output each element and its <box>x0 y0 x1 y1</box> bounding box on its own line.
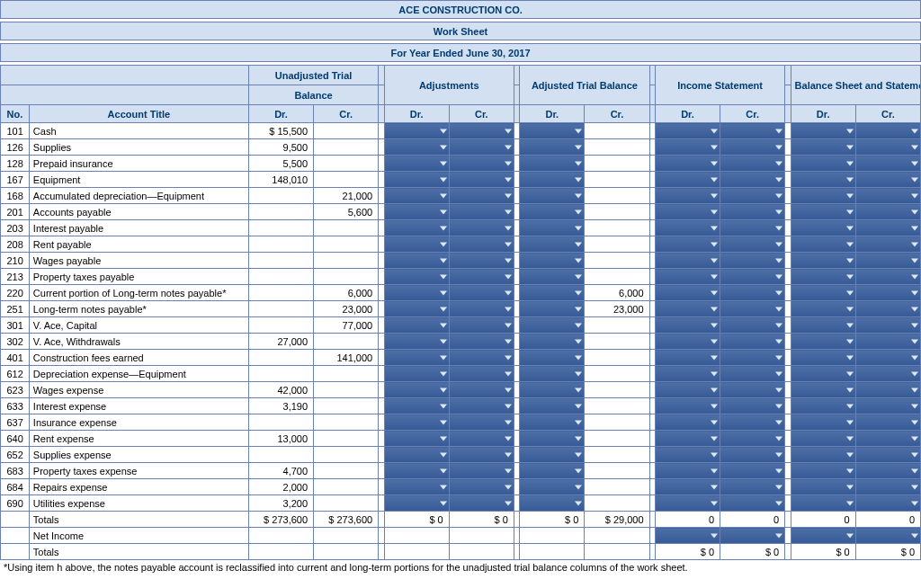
row-is-cr-dropdown[interactable] <box>720 398 785 414</box>
row-is-cr-dropdown[interactable] <box>720 495 785 512</box>
row-is-dr-dropdown[interactable] <box>655 156 720 172</box>
row-adj-cr-dropdown[interactable] <box>449 220 514 236</box>
row-bs-cr-dropdown[interactable] <box>855 479 920 495</box>
row-atb-dr-dropdown[interactable] <box>520 139 585 156</box>
row-adj-dr-dropdown[interactable] <box>384 414 449 431</box>
row-is-dr-dropdown[interactable] <box>655 285 720 301</box>
row-is-dr-dropdown[interactable] <box>655 463 720 479</box>
row-adj-dr-dropdown[interactable] <box>384 495 449 512</box>
row-adj-dr-dropdown[interactable] <box>384 463 449 479</box>
row-bs-dr-dropdown[interactable] <box>791 479 855 495</box>
row-adj-cr-dropdown[interactable] <box>449 366 514 382</box>
row-atb-dr-dropdown[interactable] <box>520 301 585 317</box>
row-bs-cr-dropdown[interactable] <box>855 172 920 188</box>
row-bs-dr-dropdown[interactable] <box>791 172 855 188</box>
row-bs-cr-dropdown[interactable] <box>855 188 920 204</box>
row-is-dr-dropdown[interactable] <box>655 366 720 382</box>
row-is-cr-dropdown[interactable] <box>720 172 785 188</box>
row-atb-dr-dropdown[interactable] <box>520 123 585 139</box>
row-is-cr-dropdown[interactable] <box>720 236 785 253</box>
row-bs-dr-dropdown[interactable] <box>791 236 855 253</box>
row-adj-cr-dropdown[interactable] <box>449 236 514 253</box>
row-atb-dr-dropdown[interactable] <box>520 382 585 398</box>
row-is-cr-dropdown[interactable] <box>720 285 785 301</box>
row-adj-dr-dropdown[interactable] <box>384 479 449 495</box>
row-is-dr-dropdown[interactable] <box>655 414 720 431</box>
row-adj-dr-dropdown[interactable] <box>384 285 449 301</box>
row-is-dr-dropdown[interactable] <box>655 495 720 512</box>
row-is-cr-dropdown[interactable] <box>720 301 785 317</box>
row-bs-dr-dropdown[interactable] <box>791 139 855 156</box>
row-adj-dr-dropdown[interactable] <box>384 431 449 447</box>
row-is-dr-dropdown[interactable] <box>655 398 720 414</box>
row-bs-dr-dropdown[interactable] <box>791 495 855 512</box>
row-bs-cr-dropdown[interactable] <box>855 269 920 285</box>
row-is-cr-dropdown[interactable] <box>720 382 785 398</box>
row-adj-dr-dropdown[interactable] <box>384 139 449 156</box>
row-bs-cr-dropdown[interactable] <box>855 495 920 512</box>
row-is-dr-dropdown[interactable] <box>655 382 720 398</box>
row-atb-dr-dropdown[interactable] <box>520 188 585 204</box>
row-bs-cr-dropdown[interactable] <box>855 156 920 172</box>
row-atb-dr-dropdown[interactable] <box>520 334 585 350</box>
row-adj-dr-dropdown[interactable] <box>384 350 449 366</box>
row-is-dr-dropdown[interactable] <box>655 204 720 220</box>
row-bs-dr-dropdown[interactable] <box>791 366 855 382</box>
row-is-cr-dropdown[interactable] <box>720 431 785 447</box>
row-adj-dr-dropdown[interactable] <box>384 188 449 204</box>
row-is-cr-dropdown[interactable] <box>720 123 785 139</box>
row-is-dr-dropdown[interactable] <box>655 172 720 188</box>
row-is-dr-dropdown[interactable] <box>655 139 720 156</box>
row-atb-dr-dropdown[interactable] <box>520 350 585 366</box>
netincome-bs-cr-dropdown[interactable] <box>855 528 920 544</box>
row-adj-dr-dropdown[interactable] <box>384 269 449 285</box>
row-bs-dr-dropdown[interactable] <box>791 204 855 220</box>
row-bs-cr-dropdown[interactable] <box>855 139 920 156</box>
row-atb-dr-dropdown[interactable] <box>520 447 585 463</box>
row-is-cr-dropdown[interactable] <box>720 317 785 334</box>
row-is-cr-dropdown[interactable] <box>720 269 785 285</box>
row-adj-cr-dropdown[interactable] <box>449 382 514 398</box>
row-is-dr-dropdown[interactable] <box>655 123 720 139</box>
row-bs-cr-dropdown[interactable] <box>855 253 920 269</box>
row-adj-cr-dropdown[interactable] <box>449 317 514 334</box>
row-is-dr-dropdown[interactable] <box>655 188 720 204</box>
row-atb-dr-dropdown[interactable] <box>520 172 585 188</box>
row-is-cr-dropdown[interactable] <box>720 220 785 236</box>
row-is-cr-dropdown[interactable] <box>720 253 785 269</box>
row-adj-dr-dropdown[interactable] <box>384 253 449 269</box>
row-adj-cr-dropdown[interactable] <box>449 139 514 156</box>
row-is-dr-dropdown[interactable] <box>655 301 720 317</box>
row-bs-dr-dropdown[interactable] <box>791 334 855 350</box>
row-bs-dr-dropdown[interactable] <box>791 253 855 269</box>
row-bs-cr-dropdown[interactable] <box>855 431 920 447</box>
netincome-bs-dr-dropdown[interactable] <box>791 528 855 544</box>
row-adj-dr-dropdown[interactable] <box>384 156 449 172</box>
row-bs-dr-dropdown[interactable] <box>791 269 855 285</box>
row-atb-dr-dropdown[interactable] <box>520 236 585 253</box>
row-bs-dr-dropdown[interactable] <box>791 398 855 414</box>
row-is-dr-dropdown[interactable] <box>655 236 720 253</box>
row-bs-cr-dropdown[interactable] <box>855 285 920 301</box>
row-adj-cr-dropdown[interactable] <box>449 431 514 447</box>
netincome-is-cr-dropdown[interactable] <box>720 528 785 544</box>
row-atb-dr-dropdown[interactable] <box>520 317 585 334</box>
row-adj-dr-dropdown[interactable] <box>384 398 449 414</box>
row-is-cr-dropdown[interactable] <box>720 479 785 495</box>
row-atb-dr-dropdown[interactable] <box>520 398 585 414</box>
row-bs-dr-dropdown[interactable] <box>791 156 855 172</box>
row-adj-cr-dropdown[interactable] <box>449 188 514 204</box>
row-bs-cr-dropdown[interactable] <box>855 366 920 382</box>
row-adj-cr-dropdown[interactable] <box>449 495 514 512</box>
row-bs-dr-dropdown[interactable] <box>791 285 855 301</box>
row-adj-cr-dropdown[interactable] <box>449 301 514 317</box>
row-is-dr-dropdown[interactable] <box>655 253 720 269</box>
row-bs-dr-dropdown[interactable] <box>791 414 855 431</box>
row-bs-cr-dropdown[interactable] <box>855 447 920 463</box>
row-adj-cr-dropdown[interactable] <box>449 285 514 301</box>
row-bs-dr-dropdown[interactable] <box>791 123 855 139</box>
row-bs-dr-dropdown[interactable] <box>791 220 855 236</box>
row-bs-cr-dropdown[interactable] <box>855 414 920 431</box>
row-adj-cr-dropdown[interactable] <box>449 253 514 269</box>
row-bs-cr-dropdown[interactable] <box>855 123 920 139</box>
